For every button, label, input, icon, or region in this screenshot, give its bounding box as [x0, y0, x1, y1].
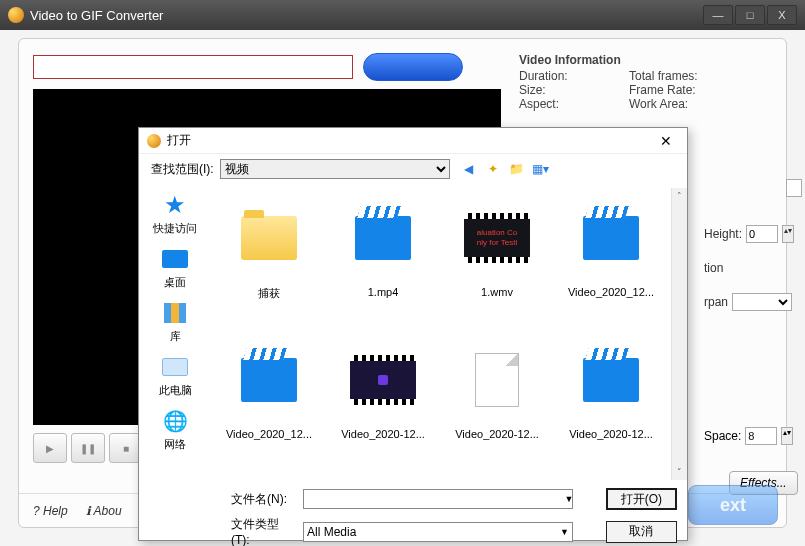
partial-tion-label: tion [704, 261, 723, 275]
look-in-row: 查找范围(I): 视频 ◀ ✦ 📁 ▦▾ [139, 154, 687, 184]
dialog-body: ★ 快捷访问 桌面 库 此电脑 🌐 网络 [139, 184, 687, 484]
duration-label: Duration: [519, 69, 629, 83]
minimize-button[interactable]: — [703, 5, 733, 25]
dialog-title: 打开 [167, 132, 191, 149]
stepper-icon[interactable]: ▴▾ [781, 427, 793, 445]
space-row: Space: ▴▾ [704, 427, 793, 445]
close-button[interactable]: X [767, 5, 797, 25]
file-name-label: Video_2020-12... [455, 428, 539, 440]
rpan-select[interactable] [732, 293, 792, 311]
folder-icon [235, 210, 303, 266]
height-label: Height: [704, 227, 742, 241]
file-grid[interactable]: 捕获1.mp4aluation Conly for Testi1.wmvVide… [215, 188, 683, 480]
file-name-label: Video_2020_12... [226, 428, 312, 440]
video-icon [349, 210, 417, 266]
titlebar-left: Video to GIF Converter [8, 7, 163, 23]
place-label: 桌面 [164, 275, 186, 290]
file-name-label: Video_2020_12... [568, 286, 654, 298]
filename-label: 文件名(N): [231, 491, 295, 508]
dialog-titlebar[interactable]: 打开 ✕ [139, 128, 687, 154]
place-quick-access[interactable]: ★ 快捷访问 [145, 192, 205, 236]
file-item[interactable]: Video_2020-12... [329, 330, 437, 470]
open-video-button[interactable] [363, 53, 463, 81]
place-this-pc[interactable]: 此电脑 [145, 354, 205, 398]
dialog-icon [147, 134, 161, 148]
maximize-button[interactable]: □ [735, 5, 765, 25]
open-dialog: 打开 ✕ 查找范围(I): 视频 ◀ ✦ 📁 ▦▾ ★ 快捷访问 [138, 127, 688, 541]
window-controls: — □ X [703, 5, 797, 25]
file-icon [463, 352, 531, 408]
file-name-label: Video_2020-12... [569, 428, 653, 440]
video-info-block: Video Information Duration:Total frames:… [519, 53, 698, 111]
filetype-select[interactable]: All Media▼ [303, 522, 573, 542]
size-label: Size: [519, 83, 629, 97]
place-label: 此电脑 [159, 383, 192, 398]
file-name-label: 1.wmv [481, 286, 513, 298]
video-icon [577, 352, 645, 408]
library-icon [160, 300, 190, 326]
video-icon [235, 352, 303, 408]
back-icon[interactable]: ◀ [460, 160, 478, 178]
scroll-down-icon[interactable]: ˅ [672, 464, 687, 480]
places-bar: ★ 快捷访问 桌面 库 此电脑 🌐 网络 [139, 184, 211, 484]
place-library[interactable]: 库 [145, 300, 205, 344]
new-folder-icon[interactable]: 📁 [508, 160, 526, 178]
space-input[interactable] [745, 427, 777, 445]
partial-rpan-label: rpan [704, 295, 728, 309]
totalframes-label: Total frames: [629, 69, 698, 83]
dialog-bottom: 文件名(N): ▼ 打开(O) 文件类型(T): All Media▼ 取消 [139, 484, 687, 546]
aspect-label: Aspect: [519, 97, 629, 111]
file-list-area: 捕获1.mp4aluation Conly for Testi1.wmvVide… [211, 184, 687, 484]
partial-select-1[interactable] [786, 179, 802, 197]
stepper-icon[interactable]: ▴▾ [782, 225, 794, 243]
star-icon: ★ [160, 192, 190, 218]
framerate-label: Frame Rate: [629, 83, 696, 97]
file-name-label: 1.mp4 [368, 286, 399, 298]
app-title: Video to GIF Converter [30, 8, 163, 23]
app-icon [8, 7, 24, 23]
scroll-up-icon[interactable]: ˄ [672, 188, 687, 204]
file-name-label: Video_2020-12... [341, 428, 425, 440]
next-button[interactable]: ext [688, 485, 778, 525]
cancel-button[interactable]: 取消 [606, 521, 678, 543]
desktop-icon [160, 246, 190, 272]
file-name-label: 捕获 [258, 286, 280, 301]
dialog-close-button[interactable]: ✕ [653, 131, 679, 151]
file-item[interactable]: Video_2020-12... [557, 330, 665, 470]
up-icon[interactable]: ✦ [484, 160, 502, 178]
file-item[interactable]: aluation Conly for Testi1.wmv [443, 188, 551, 328]
network-icon: 🌐 [160, 408, 190, 434]
main-window: Video to GIF Converter — □ X Video Infor… [0, 0, 805, 546]
about-link[interactable]: ℹ Abou [86, 504, 122, 518]
space-label: Space: [704, 429, 741, 443]
place-network[interactable]: 🌐 网络 [145, 408, 205, 452]
look-in-label: 查找范围(I): [151, 161, 214, 178]
play-button[interactable]: ▶ [33, 433, 67, 463]
pc-icon [160, 354, 190, 380]
titlebar[interactable]: Video to GIF Converter — □ X [0, 0, 805, 30]
place-label: 库 [170, 329, 181, 344]
video-path-input[interactable] [33, 55, 353, 79]
filetype-value: All Media [307, 525, 356, 539]
vertical-scrollbar[interactable]: ˄ ˅ [671, 188, 687, 480]
file-item[interactable]: 1.mp4 [329, 188, 437, 328]
open-button[interactable]: 打开(O) [606, 488, 677, 510]
help-link[interactable]: ? Help [33, 504, 68, 518]
video-info-header: Video Information [519, 53, 698, 67]
look-toolbar: ◀ ✦ 📁 ▦▾ [460, 160, 550, 178]
video-icon [577, 210, 645, 266]
look-in-select[interactable]: 视频 [220, 159, 450, 179]
file-item[interactable]: 捕获 [215, 188, 323, 328]
view-icon[interactable]: ▦▾ [532, 160, 550, 178]
file-item[interactable]: Video_2020-12... [443, 330, 551, 470]
workarea-label: Work Area: [629, 97, 688, 111]
video-thumbnail-icon [349, 352, 417, 408]
place-label: 快捷访问 [153, 221, 197, 236]
height-input[interactable] [746, 225, 778, 243]
file-item[interactable]: Video_2020_12... [215, 330, 323, 470]
place-label: 网络 [164, 437, 186, 452]
file-item[interactable]: Video_2020_12... [557, 188, 665, 328]
pause-button[interactable]: ❚❚ [71, 433, 105, 463]
filename-input[interactable] [303, 489, 573, 509]
place-desktop[interactable]: 桌面 [145, 246, 205, 290]
